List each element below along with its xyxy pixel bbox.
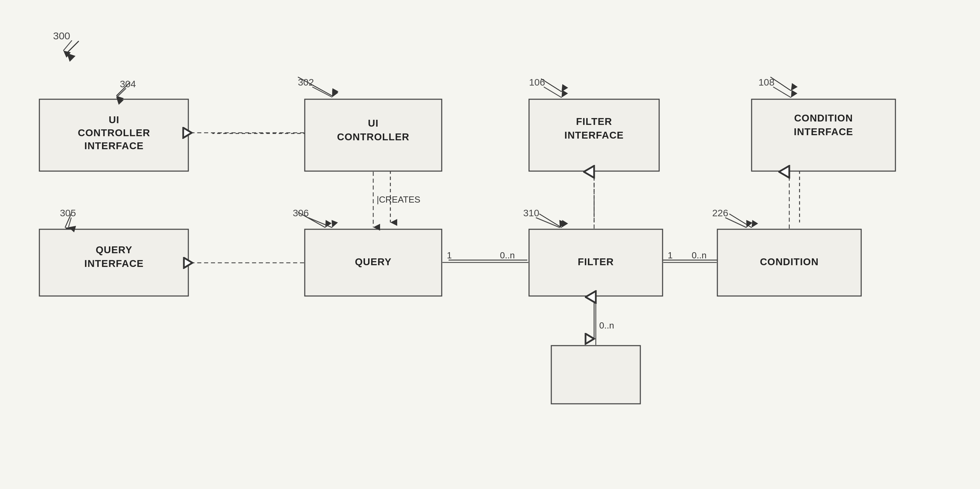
main-diagram-svg: 300 UI CONTROLLER INTERFACE 304 UI CONTR… bbox=[0, 0, 980, 489]
svg-text:302: 302 bbox=[298, 77, 314, 87]
svg-line-37 bbox=[544, 87, 562, 97]
svg-text:108: 108 bbox=[759, 77, 775, 87]
svg-text:1: 1 bbox=[447, 250, 452, 260]
svg-text:QUERY: QUERY bbox=[355, 256, 391, 267]
svg-text:CONTROLLER: CONTROLLER bbox=[337, 132, 409, 142]
svg-text:FILTER: FILTER bbox=[578, 256, 614, 267]
svg-line-47 bbox=[68, 218, 71, 227]
svg-text:300: 300 bbox=[53, 30, 70, 41]
svg-text:0..n: 0..n bbox=[692, 250, 706, 260]
diagram: 300 UI CONTROLLER INTERFACE 304 UI CONTR… bbox=[0, 0, 980, 489]
svg-text:304: 304 bbox=[120, 79, 136, 89]
svg-text:0..n: 0..n bbox=[599, 320, 614, 330]
svg-text:INTERFACE: INTERFACE bbox=[84, 140, 143, 151]
svg-line-55 bbox=[536, 218, 560, 227]
svg-text:1: 1 bbox=[668, 250, 673, 260]
svg-text:CONTROLLER: CONTROLLER bbox=[78, 127, 150, 138]
svg-text:INTERFACE: INTERFACE bbox=[564, 130, 624, 141]
svg-text:UI: UI bbox=[368, 118, 379, 129]
svg-line-51 bbox=[308, 218, 332, 227]
svg-text:INTERFACE: INTERFACE bbox=[84, 258, 143, 269]
svg-rect-60 bbox=[551, 346, 640, 404]
svg-text:106: 106 bbox=[529, 77, 545, 87]
svg-line-32 bbox=[312, 87, 332, 97]
svg-text:226: 226 bbox=[712, 208, 728, 218]
svg-text:UI: UI bbox=[109, 114, 119, 125]
svg-line-59 bbox=[725, 218, 746, 227]
svg-text:310: 310 bbox=[523, 208, 539, 218]
svg-line-27 bbox=[116, 88, 126, 97]
svg-text:QUERY: QUERY bbox=[95, 244, 132, 255]
svg-text:305: 305 bbox=[60, 208, 76, 218]
svg-text:CONDITION: CONDITION bbox=[760, 256, 819, 267]
svg-text:FILTER: FILTER bbox=[576, 116, 612, 127]
svg-line-21 bbox=[64, 40, 72, 51]
svg-text:306: 306 bbox=[293, 208, 309, 218]
svg-text:CONDITION: CONDITION bbox=[794, 113, 853, 124]
svg-text:|CREATES: |CREATES bbox=[377, 194, 420, 205]
svg-text:0..n: 0..n bbox=[500, 250, 515, 260]
svg-text:INTERFACE: INTERFACE bbox=[794, 126, 853, 137]
svg-line-42 bbox=[773, 87, 791, 97]
